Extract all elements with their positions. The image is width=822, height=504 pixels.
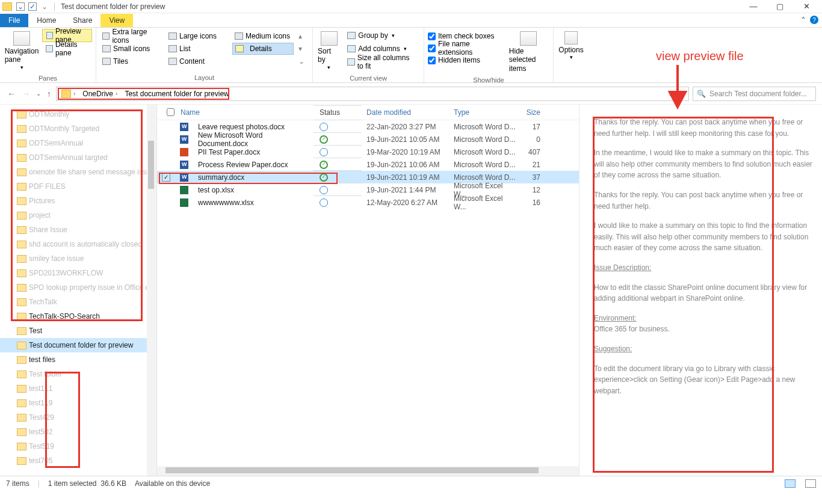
up-button[interactable]: ↑ [46,89,52,99]
file-extensions-toggle[interactable]: File name extensions [428,42,505,54]
navigation-pane-button[interactable]: Navigation pane▾ [4,29,40,73]
layout-scroll-up[interactable]: ▴ [298,32,307,40]
tree-item[interactable]: test502 [0,425,156,439]
navigation-tree[interactable]: ODTMonthlyODTMonthly TargetedODTSemiAnnu… [0,105,157,476]
folder-icon [17,269,26,277]
tree-item[interactable]: test files [0,352,156,367]
tab-view[interactable]: View [100,14,133,27]
tree-item[interactable]: Test folder [0,367,156,381]
minimize-button[interactable]: — [740,0,767,13]
tree-item[interactable]: smiley face issue [0,251,156,266]
col-size[interactable]: Size [521,108,545,117]
qat-check[interactable]: ✓ [28,2,37,11]
details-pane-button[interactable]: Details pane [42,42,92,55]
group-by-button[interactable]: Group by▾ [344,29,420,42]
tree-item[interactable]: ODTMonthly Targeted [0,121,156,136]
tab-home[interactable]: Home [28,14,64,27]
layout-small-icons[interactable]: Small icons [100,43,161,55]
tree-item[interactable]: TechTalk [0,295,156,309]
layout-list[interactable]: List [166,43,227,55]
layout-extra-large[interactable]: Extra large icons [100,30,161,42]
tab-share[interactable]: Share [64,14,100,27]
tree-item[interactable]: SPD2013WORKFLOW [0,266,156,280]
tree-item[interactable]: project [0,208,156,223]
layout-picker[interactable]: Extra large icons Small icons Tiles Larg… [100,30,294,71]
hide-selected-button[interactable]: Hide selected items [508,29,549,75]
status-available: Available on this device [135,479,210,488]
recent-dropdown[interactable]: ⌄ [35,90,42,97]
column-headers[interactable]: Name Status Date modified Type Size [157,105,579,120]
crumb-current[interactable]: Test document folder for preview [121,87,232,100]
ribbon-collapse-icon[interactable]: ⌃ [800,16,806,24]
folder-icon [17,241,26,248]
ribbon-tabs: File Home Share View ⌃ ? [0,13,822,28]
tree-item[interactable]: Share Issue [0,223,156,237]
folder-icon [17,385,26,393]
tree-item[interactable]: ODTSemiAnnual [0,136,156,150]
tree-item[interactable]: test119 [0,396,156,410]
file-hscrollbar[interactable] [157,466,579,476]
xls-file-icon [180,198,188,207]
file-list-pane: Name Status Date modified Type Size Leav… [157,105,579,476]
col-status[interactable]: Status [314,105,362,120]
tree-item[interactable]: Test429 [0,410,156,425]
folder-icon [17,399,26,407]
tree-item[interactable]: TechTalk-SPO-Search [0,309,156,324]
col-name[interactable]: Name [181,108,200,117]
layout-tiles[interactable]: Tiles [100,55,161,67]
tree-item[interactable]: Pictures [0,194,156,208]
select-all-checkbox[interactable] [167,108,175,116]
folder-icon [17,226,26,234]
qat-properties[interactable]: ⌄ [16,2,25,11]
tree-item[interactable]: Test519 [0,439,156,453]
view-thumbnails-icon[interactable] [805,479,816,488]
tab-file[interactable]: File [0,14,28,27]
tree-item[interactable]: Test [0,324,156,338]
layout-more[interactable]: ⌄ [298,57,307,66]
folder-icon [17,125,26,133]
file-checkbox[interactable]: ✓ [162,173,170,182]
qat-dropdown[interactable]: ⌄ [40,2,49,11]
layout-details[interactable]: Details [232,43,294,55]
cloud-icon [320,186,328,194]
layout-large-icons[interactable]: Large icons [166,30,227,42]
tree-item[interactable]: SPO lookup property issue in Office clie… [0,280,156,295]
size-all-columns-button[interactable]: Size all columns to fit [344,55,420,69]
help-icon[interactable]: ? [810,16,818,24]
col-type[interactable]: Type [449,108,521,117]
layout-scroll-down[interactable]: ▾ [298,45,307,53]
tree-item[interactable]: Test document folder for preview [0,338,156,352]
close-button[interactable]: ✕ [793,0,820,13]
tree-item[interactable]: onenote file share send message issue [0,165,156,179]
file-row[interactable]: Process Review Paper.docx19-Jun-2021 10:… [157,158,579,171]
file-row[interactable]: New Microsoft Word Document.docx19-Jun-2… [157,133,579,146]
breadcrumb-bar[interactable]: › OneDrive› Test document folder for pre… [56,87,689,101]
col-date[interactable]: Date modified [362,108,449,117]
search-input[interactable]: 🔍 Search Test document folder... [693,87,816,101]
tree-item[interactable]: shd account is automatically closed [0,237,156,251]
view-details-icon[interactable] [785,479,796,488]
ribbon: Navigation pane▾ Preview pane Details pa… [0,28,822,83]
crumb-onedrive[interactable]: OneDrive› [79,87,121,100]
synced-icon [320,161,328,169]
file-row[interactable]: PII Test Paper.docx19-Mar-2020 10:19 AMM… [157,146,579,158]
tree-item[interactable]: ODTSemiAnnual targted [0,150,156,165]
layout-medium-icons[interactable]: Medium icons [232,30,294,42]
tree-scrollbar[interactable] [147,105,156,476]
tree-item[interactable]: PDF FILES [0,179,156,194]
tree-item[interactable]: ODTMonthly [0,107,156,121]
back-button[interactable]: ← [6,89,17,99]
word-file-icon [180,173,188,182]
options-button[interactable]: Options▾ [557,29,585,63]
status-bar: 7 items | 1 item selected 36.6 KB Availa… [0,476,822,490]
sort-by-button[interactable]: Sort by▾ [317,29,341,73]
status-size: 36.6 KB [100,479,126,488]
layout-content[interactable]: Content [166,55,227,67]
forward-button[interactable]: → [20,89,31,99]
tree-item[interactable]: test705 [0,453,156,468]
cloud-icon [320,148,328,156]
file-row[interactable]: wwwwwwww.xlsx12-May-2020 6:27 AMMicrosof… [157,196,579,209]
tree-item[interactable]: test111 [0,381,156,396]
maximize-button[interactable]: ▢ [767,0,793,13]
hidden-items-toggle[interactable]: Hidden items [428,54,505,66]
